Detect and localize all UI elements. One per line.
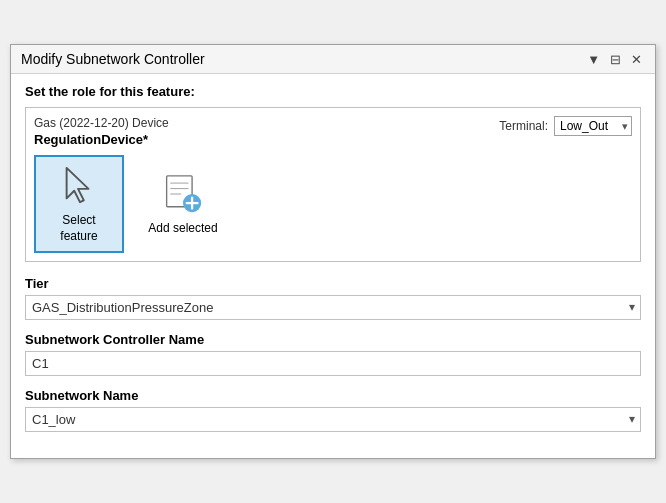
icon-buttons-row: Selectfeature bbox=[34, 155, 632, 252]
terminal-label: Terminal: bbox=[499, 119, 548, 133]
feature-info: Gas (2022-12-20) Device RegulationDevice… bbox=[34, 116, 169, 147]
cursor-icon bbox=[56, 163, 102, 209]
dialog-modify-subnetwork: Modify Subnetwork Controller ▼ ⊟ ✕ Set t… bbox=[10, 44, 656, 458]
tier-label: Tier bbox=[25, 276, 641, 291]
float-button[interactable]: ⊟ bbox=[607, 53, 624, 66]
tier-group: Tier GAS_DistributionPressureZone Option… bbox=[25, 276, 641, 320]
add-selected-icon bbox=[160, 171, 206, 217]
feature-header: Gas (2022-12-20) Device RegulationDevice… bbox=[34, 116, 632, 147]
tier-select[interactable]: GAS_DistributionPressureZone Option2 bbox=[25, 295, 641, 320]
controller-name-input[interactable] bbox=[25, 351, 641, 376]
terminal-select[interactable]: Low_Out High_Out In bbox=[554, 116, 632, 136]
close-button[interactable]: ✕ bbox=[628, 53, 645, 66]
feature-name: Gas (2022-12-20) Device bbox=[34, 116, 169, 130]
svg-marker-0 bbox=[67, 168, 89, 202]
select-feature-button[interactable]: Selectfeature bbox=[34, 155, 124, 252]
controller-name-label: Subnetwork Controller Name bbox=[25, 332, 641, 347]
select-feature-label: Selectfeature bbox=[60, 213, 97, 244]
terminal-select-wrapper: Low_Out High_Out In bbox=[554, 116, 632, 136]
subnetwork-name-group: Subnetwork Name C1_low C1_high bbox=[25, 388, 641, 432]
controller-name-group: Subnetwork Controller Name bbox=[25, 332, 641, 376]
feature-role: RegulationDevice* bbox=[34, 132, 169, 147]
role-section-label: Set the role for this feature: bbox=[25, 84, 641, 99]
add-selected-label: Add selected bbox=[148, 221, 217, 237]
title-bar-controls: ▼ ⊟ ✕ bbox=[584, 53, 645, 66]
subnetwork-name-label: Subnetwork Name bbox=[25, 388, 641, 403]
title-bar: Modify Subnetwork Controller ▼ ⊟ ✕ bbox=[11, 45, 655, 74]
dialog-title: Modify Subnetwork Controller bbox=[21, 51, 205, 67]
tier-select-wrapper: GAS_DistributionPressureZone Option2 bbox=[25, 295, 641, 320]
add-selected-button[interactable]: Add selected bbox=[138, 163, 228, 245]
feature-box: Gas (2022-12-20) Device RegulationDevice… bbox=[25, 107, 641, 261]
dialog-body: Set the role for this feature: Gas (2022… bbox=[11, 74, 655, 457]
terminal-group: Terminal: Low_Out High_Out In bbox=[499, 116, 632, 136]
subnetwork-name-select-wrapper: C1_low C1_high bbox=[25, 407, 641, 432]
subnetwork-name-select[interactable]: C1_low C1_high bbox=[25, 407, 641, 432]
pin-button[interactable]: ▼ bbox=[584, 53, 603, 66]
